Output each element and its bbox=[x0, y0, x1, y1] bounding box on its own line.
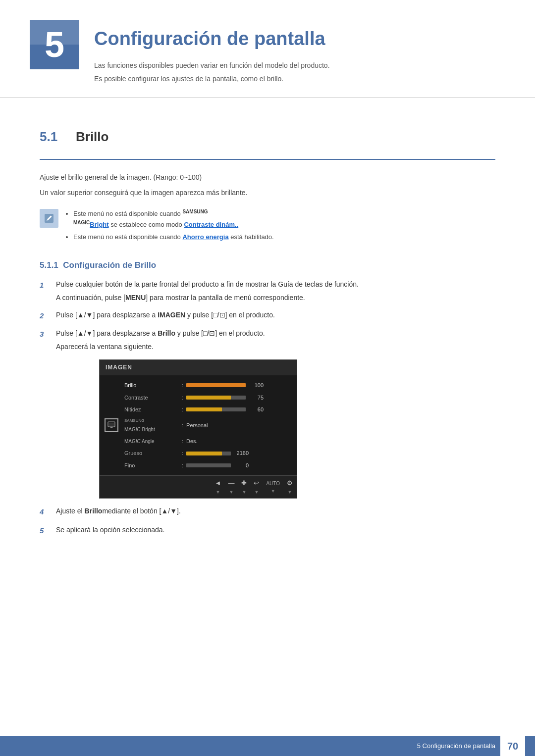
menu-title-bar: IMAGEN bbox=[100, 360, 297, 375]
menu-row-magic-angle: MAGIC Angle : Des. bbox=[122, 435, 294, 448]
section-51-number: 5.1 bbox=[40, 127, 67, 147]
section-51-desc1: Ajuste el brillo general de la imagen. (… bbox=[40, 172, 495, 183]
ahorro-link: Ahorro energía bbox=[182, 233, 228, 241]
step-5-content: Se aplicará la opción seleccionada. bbox=[56, 525, 495, 535]
step-3-subtext: Aparecerá la ventana siguiente. bbox=[56, 342, 495, 352]
menu-icon-col bbox=[100, 379, 119, 471]
brillo-label-step3: Brillo bbox=[158, 329, 175, 337]
subsection-511-heading: 5.1.1 Configuración de Brillo bbox=[40, 259, 495, 272]
menu-row-fino: Fino : 0 bbox=[122, 459, 294, 472]
step-2-number: 2 bbox=[40, 310, 52, 322]
menu-body: Brillo : 100 Contraste : bbox=[100, 375, 297, 475]
pencil-icon bbox=[44, 213, 54, 224]
step-1-subtext: A continuación, pulse [MENU] para mostra… bbox=[56, 293, 495, 303]
monitor-icon bbox=[105, 418, 118, 432]
toolbar-btn-5: ⚙ ▼ bbox=[287, 478, 293, 496]
page-footer: 5 Configuración de pantalla 70 bbox=[0, 736, 535, 756]
toolbar-btn-2: — ▼ bbox=[228, 478, 234, 496]
toolbar-btn-4: ↩ ▼ bbox=[254, 478, 259, 496]
step-4: 4 Ajuste el Brillomediante el botón [▲/▼… bbox=[40, 506, 495, 518]
menu-toolbar: ◄ ▼ — ▼ ✚ ▼ ↩ ▼ AUTO ▼ ⚙ ▼ bbox=[100, 475, 297, 498]
svg-rect-2 bbox=[109, 423, 114, 426]
main-content: 5.1 Brillo Ajuste el brillo general de l… bbox=[0, 102, 535, 583]
chapter-subtitle2: Es posible configurar los ajustes de la … bbox=[94, 74, 330, 84]
brillo-bar bbox=[186, 383, 246, 387]
section-divider bbox=[40, 159, 495, 160]
toolbar-btn-auto: AUTO ▼ bbox=[266, 480, 280, 495]
step-1-number: 1 bbox=[40, 279, 52, 291]
step-5: 5 Se aplicará la opción seleccionada. bbox=[40, 525, 495, 537]
subsection-511-number: 5.1.1 bbox=[40, 260, 58, 270]
contraste-bar bbox=[186, 396, 246, 400]
bright-link: Bright bbox=[90, 221, 108, 228]
chapter-subtitle1: Las funciones disponibles pueden variar … bbox=[94, 60, 330, 71]
step-1-content: Pulse cualquier botón de la parte fronta… bbox=[56, 279, 495, 303]
chapter-number: 5 bbox=[30, 20, 79, 69]
menu-row-brillo: Brillo : 100 bbox=[122, 379, 294, 392]
step-4-content: Ajuste el Brillomediante el botón [▲/▼]. bbox=[56, 506, 495, 516]
toolbar-btn-1: ◄ ▼ bbox=[215, 478, 221, 496]
imagen-label: IMAGEN bbox=[158, 311, 185, 319]
subsection-511-title: Configuración de Brillo bbox=[63, 260, 156, 270]
menu-items-list: Brillo : 100 Contraste : bbox=[119, 379, 297, 471]
step-3-content: Pulse [▲/▼] para desplazarse a Brillo y … bbox=[56, 328, 495, 352]
menu-row-grueso: Grueso : 2160 bbox=[122, 447, 294, 459]
section-51-heading: 5.1 Brillo bbox=[40, 127, 495, 147]
chapter-header: 5 Configuración de pantalla Las funcione… bbox=[0, 0, 535, 98]
step-2-content: Pulse [▲/▼] para desplazarse a IMAGEN y … bbox=[56, 310, 495, 320]
menu-row-contraste: Contraste : 75 bbox=[122, 392, 294, 404]
nitidez-bar bbox=[186, 407, 246, 411]
note-item-1: Este menú no está disponible cuando SAMS… bbox=[73, 208, 274, 230]
step-1: 1 Pulse cualquier botón de la parte fron… bbox=[40, 279, 495, 303]
note-box: Este menú no está disponible cuando SAMS… bbox=[40, 208, 495, 244]
footer-text: 5 Configuración de pantalla bbox=[417, 741, 495, 751]
step-2: 2 Pulse [▲/▼] para desplazarse a IMAGEN … bbox=[40, 310, 495, 322]
section-51-desc2: Un valor superior conseguirá que la imag… bbox=[40, 188, 495, 198]
fino-bar bbox=[186, 463, 231, 467]
footer-page-number: 70 bbox=[500, 736, 525, 756]
menu-row-magic-bright: SAMSUNGMAGIC Bright : Personal bbox=[122, 416, 294, 435]
brillo-bold-4: Brillo bbox=[85, 507, 103, 515]
contraste-link: Contraste dinám.. bbox=[184, 221, 238, 228]
note-item-2: Este menú no está disponible cuando Ahor… bbox=[73, 232, 274, 242]
steps-list-cont: 4 Ajuste el Brillomediante el botón [▲/▼… bbox=[40, 506, 495, 536]
chapter-title-area: Configuración de pantalla Las funciones … bbox=[94, 20, 330, 87]
step-5-number: 5 bbox=[40, 525, 52, 537]
step-4-number: 4 bbox=[40, 506, 52, 518]
section-51-title: Brillo bbox=[76, 127, 108, 147]
toolbar-btn-3: ✚ ▼ bbox=[241, 478, 247, 496]
chapter-title: Configuración de pantalla bbox=[94, 25, 330, 53]
menu-row-nitidez: Nitidez : 60 bbox=[122, 403, 294, 416]
grueso-bar bbox=[186, 452, 231, 455]
steps-list: 1 Pulse cualquier botón de la parte fron… bbox=[40, 279, 495, 353]
step-3: 3 Pulse [▲/▼] para desplazarse a Brillo … bbox=[40, 328, 495, 352]
note-icon bbox=[40, 209, 58, 228]
note-list: Este menú no está disponible cuando SAMS… bbox=[66, 208, 274, 244]
menu-screenshot: IMAGEN Brillo : bbox=[99, 359, 297, 499]
step-3-number: 3 bbox=[40, 328, 52, 340]
